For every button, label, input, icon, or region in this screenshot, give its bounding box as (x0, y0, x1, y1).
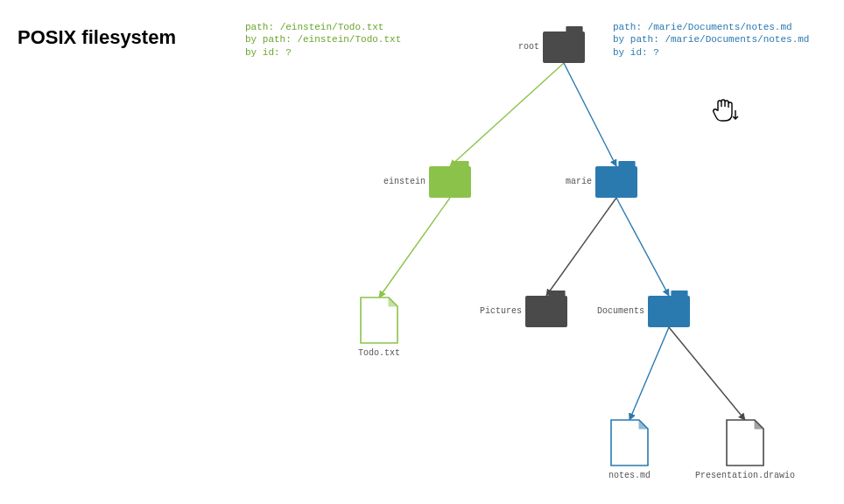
node-label: einstein (383, 177, 426, 186)
node-todo: Todo.txt (358, 298, 400, 358)
edge-documents-notes (629, 327, 669, 420)
node-marie: marie (566, 161, 637, 198)
file-dogear-icon (639, 420, 648, 429)
node-label: marie (566, 177, 592, 186)
edge-marie-documents (616, 198, 669, 296)
folder-icon (543, 32, 585, 63)
node-einstein: einstein (383, 161, 471, 198)
edge-root-marie (564, 63, 616, 166)
edge-documents-present (669, 327, 745, 420)
node-notes: notes.md (608, 420, 651, 480)
node-documents: Documents (597, 290, 690, 327)
node-pictures: Pictures (480, 290, 567, 327)
folder-icon (595, 166, 637, 198)
hand-cursor-icon (709, 96, 739, 130)
edge-root-einstein (450, 63, 564, 166)
node-label: Todo.txt (358, 348, 400, 358)
edge-marie-pictures (546, 198, 616, 296)
edge-einstein-todo (379, 198, 450, 298)
node-label: root (518, 42, 539, 52)
node-label: Presentation.drawio (695, 471, 795, 480)
folder-icon (429, 166, 471, 198)
folder-icon (648, 296, 690, 327)
node-present: Presentation.drawio (695, 420, 795, 480)
node-root: root (518, 26, 585, 63)
node-label: notes.md (608, 471, 651, 480)
node-label: Pictures (480, 306, 522, 316)
filesystem-tree-diagram: rooteinsteinmarieTodo.txtPicturesDocumen… (0, 0, 844, 504)
node-label: Documents (597, 306, 644, 316)
folder-icon (525, 296, 567, 327)
file-dogear-icon (755, 420, 763, 429)
file-dogear-icon (389, 298, 397, 306)
